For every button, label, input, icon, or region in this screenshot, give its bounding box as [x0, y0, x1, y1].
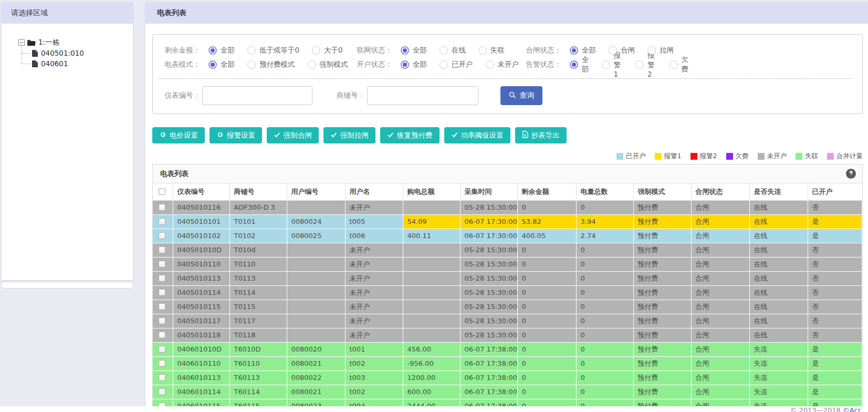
cell-purchase-total: 400.11	[403, 229, 460, 243]
radio-button[interactable]	[247, 60, 256, 69]
row-checkbox[interactable]	[159, 346, 165, 353]
radio-button[interactable]	[208, 46, 217, 55]
cell-opened: 是	[808, 385, 862, 399]
shop-no-input[interactable]	[367, 86, 478, 105]
cell-collect-time: 06-07 17:38:00	[460, 342, 517, 356]
radio-label: 全部	[582, 55, 589, 74]
radio-label: 报警2	[647, 51, 657, 78]
action-button[interactable]: 强制拉闸	[323, 127, 375, 143]
radio-option[interactable]: 全部	[401, 46, 427, 55]
row-checkbox[interactable]	[159, 360, 165, 367]
copyright-link[interactable]: ©Acr	[843, 406, 861, 412]
table-row: 0405010101T01010080024t00554.0906-07 17:…	[153, 214, 862, 229]
radio-option[interactable]: 全部	[401, 60, 427, 69]
radio-button[interactable]	[570, 60, 578, 69]
row-checkbox[interactable]	[159, 374, 165, 381]
cell-energy-total: 0	[576, 257, 633, 271]
action-button[interactable]: 电价设置	[152, 127, 205, 143]
radio-button[interactable]	[635, 60, 644, 69]
cell-purchase-total	[403, 271, 460, 285]
cell-meter-no: 0405010117	[173, 314, 229, 328]
radio-option[interactable]: 全部	[570, 55, 589, 74]
radio-option[interactable]: 报警2	[635, 51, 657, 78]
radio-button[interactable]	[440, 60, 448, 69]
radio-option[interactable]: 报警1	[602, 51, 623, 78]
select-all-checkbox[interactable]	[159, 188, 165, 195]
radio-button[interactable]	[478, 46, 487, 55]
cell-energy-total: 0	[576, 200, 633, 214]
radio-label: 强制模式	[320, 60, 348, 69]
radio-option[interactable]: 未开户	[486, 60, 519, 69]
cell-energy-total: 0	[576, 399, 633, 406]
action-button[interactable]: 抄表导出	[515, 127, 567, 143]
search-button[interactable]: 查询	[500, 86, 542, 105]
radio-option[interactable]: 失联	[478, 46, 505, 55]
row-checkbox[interactable]	[159, 403, 165, 406]
radio-button[interactable]	[486, 60, 494, 69]
action-button[interactable]: 功率阈值设置	[444, 127, 510, 143]
table-row: 0405010117T0117未开户05-28 15:30:0000预付费合闸在…	[153, 314, 862, 328]
action-button[interactable]: 报警设置	[210, 127, 262, 143]
radio-button[interactable]	[440, 46, 448, 55]
radio-button[interactable]	[609, 46, 617, 55]
row-checkbox[interactable]	[159, 246, 165, 253]
radio-button[interactable]	[570, 46, 578, 55]
row-checkbox[interactable]	[159, 232, 165, 239]
page-title: 电表列表	[157, 8, 186, 18]
meter-no-input[interactable]	[202, 86, 312, 105]
cell-disconnect: 在线	[749, 328, 808, 342]
row-checkbox[interactable]	[159, 303, 165, 310]
cell-user-no: 0080021	[287, 385, 345, 399]
radio-button[interactable]	[647, 46, 656, 55]
row-checkbox[interactable]	[159, 388, 165, 395]
radio-label: 预付费模式	[259, 60, 295, 69]
cell-force-mode: 预付费	[633, 271, 691, 285]
action-button[interactable]: 恢复预付费	[380, 127, 440, 143]
filter-rows: 剩余金额：全部低于或等于0大于0联网状态：全部在线失联合闸状态：全部合闸拉闸电表…	[158, 43, 852, 71]
radio-option[interactable]: 欠费	[670, 55, 689, 74]
radio-option[interactable]: 预付费模式	[247, 60, 295, 69]
row-checkbox[interactable]	[159, 218, 165, 225]
cell-user-no: 0080020	[287, 342, 345, 356]
column-header-opened: 已开户	[808, 183, 862, 200]
row-checkbox[interactable]	[159, 332, 165, 338]
cell-shop-no: T0102	[229, 229, 287, 243]
radio-button[interactable]	[308, 60, 316, 69]
radio-button[interactable]	[602, 60, 610, 69]
radio-option[interactable]: 已开户	[440, 60, 473, 69]
collapse-panel-button[interactable]	[846, 169, 856, 179]
tree-root-label[interactable]: 1:一栋	[38, 38, 59, 47]
cell-meter-no: 0406010115	[173, 399, 229, 406]
row-checkbox[interactable]	[159, 317, 165, 324]
cell-meter-no: 0405010101	[173, 214, 229, 229]
radio-option[interactable]: 低于或等于0	[247, 46, 299, 55]
radio-option[interactable]: 强制模式	[308, 60, 348, 69]
action-button[interactable]: 强制合闸	[267, 127, 319, 143]
radio-button[interactable]	[401, 46, 409, 55]
cell-switch-status: 合闸	[691, 229, 749, 243]
row-select-cell	[153, 399, 173, 406]
row-checkbox[interactable]	[159, 204, 165, 211]
cell-purchase-total: -956.00	[403, 356, 460, 370]
row-checkbox[interactable]	[159, 275, 165, 282]
radio-button[interactable]	[401, 60, 409, 69]
radio-button[interactable]	[312, 46, 320, 55]
radio-option[interactable]: 大于0	[312, 46, 343, 55]
radio-option[interactable]: 在线	[440, 46, 466, 55]
cell-force-mode: 预付费	[633, 300, 691, 314]
radio-option[interactable]: 全部	[208, 60, 235, 69]
cell-energy-total: 0	[576, 285, 633, 300]
tree-item[interactable]: 040601	[22, 58, 133, 69]
radio-option[interactable]: 全部	[208, 46, 235, 55]
tree-item-label[interactable]: 040501:010	[41, 49, 84, 57]
tree-item[interactable]: 040501:010	[22, 48, 133, 58]
meter-no-label: 仪表编号：	[158, 91, 200, 100]
radio-button[interactable]	[208, 60, 217, 69]
radio-button[interactable]	[670, 60, 678, 69]
tree-collapse-icon[interactable]	[18, 39, 25, 46]
row-checkbox[interactable]	[159, 289, 165, 296]
radio-button[interactable]	[247, 46, 256, 55]
row-checkbox[interactable]	[159, 261, 165, 267]
tree-item-label[interactable]: 040601	[41, 59, 68, 68]
sidebar-scrollbar[interactable]	[2, 283, 133, 288]
